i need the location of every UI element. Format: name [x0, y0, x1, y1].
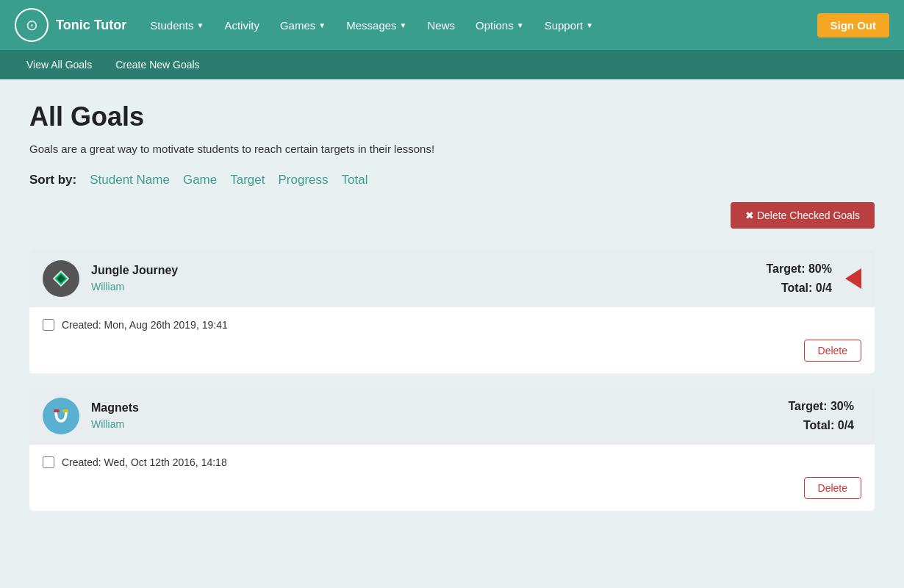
- sort-target[interactable]: Target: [230, 173, 265, 187]
- goal-delete-button[interactable]: Delete: [804, 477, 861, 499]
- logo-icon: ⊙: [15, 8, 49, 42]
- goal-student-link[interactable]: William: [91, 281, 124, 293]
- delete-row: ✖ Delete Checked Goals: [29, 202, 875, 239]
- subnav-view-all-goals[interactable]: View All Goals: [15, 53, 104, 76]
- goal-name: Jungle Journey: [91, 264, 766, 277]
- chevron-down-icon: ▼: [517, 21, 524, 29]
- goal-arrow-container: [839, 268, 861, 289]
- signout-button[interactable]: Sign Out: [817, 13, 890, 37]
- nav-support[interactable]: Support ▼: [536, 13, 602, 37]
- goal-checkbox[interactable]: [43, 319, 54, 331]
- goal-info: Magnets William: [91, 401, 788, 431]
- goal-card: Jungle Journey William Target: 80% Total…: [29, 249, 875, 373]
- nav-logo: ⊙ Tonic Tutor: [15, 8, 126, 42]
- chevron-down-icon: ▼: [318, 21, 326, 29]
- navbar: ⊙ Tonic Tutor Students ▼ Activity Games …: [0, 0, 904, 50]
- magnet-icon: [50, 405, 72, 427]
- goal-body: Created: Mon, Aug 26th 2019, 19:41 Delet…: [29, 307, 875, 373]
- nav-games[interactable]: Games ▼: [271, 13, 334, 37]
- arrow-icon: [845, 268, 861, 289]
- brand-name: Tonic Tutor: [56, 18, 126, 33]
- nav-news[interactable]: News: [419, 13, 464, 37]
- goal-delete-row: Delete: [43, 477, 861, 499]
- goal-created-text: Created: Mon, Aug 26th 2019, 19:41: [62, 319, 228, 331]
- sort-row: Sort by: Student Name Game Target Progre…: [29, 173, 875, 187]
- nav-messages[interactable]: Messages ▼: [337, 13, 415, 37]
- sort-total[interactable]: Total: [342, 173, 368, 187]
- goal-icon-magnets: [43, 398, 79, 434]
- goal-info: Jungle Journey William: [91, 264, 766, 293]
- sort-progress[interactable]: Progress: [278, 173, 328, 187]
- goal-card: Magnets William Target: 30% Total: 0/4 C…: [29, 387, 875, 511]
- goal-total: Total: 0/4: [766, 279, 832, 298]
- sort-student-name[interactable]: Student Name: [90, 173, 170, 187]
- goal-created-text: Created: Wed, Oct 12th 2016, 14:18: [62, 456, 227, 468]
- chevron-down-icon: ▼: [197, 21, 204, 29]
- goal-total: Total: 0/4: [788, 416, 854, 435]
- diamond-icon: [51, 268, 71, 289]
- chevron-down-icon: ▼: [400, 21, 407, 29]
- goal-header: Magnets William Target: 30% Total: 0/4: [29, 387, 875, 445]
- sort-game[interactable]: Game: [183, 173, 217, 187]
- nav-options[interactable]: Options ▼: [467, 13, 533, 37]
- sort-label: Sort by:: [29, 173, 76, 187]
- goal-delete-row: Delete: [43, 340, 861, 362]
- subnav: View All Goals Create New Goals: [0, 50, 904, 79]
- goal-created-row: Created: Mon, Aug 26th 2019, 19:41: [43, 319, 861, 331]
- page-description: Goals are a great way to motivate studen…: [29, 143, 875, 155]
- goal-target: Target: 30%: [788, 397, 854, 416]
- subnav-create-new-goals[interactable]: Create New Goals: [104, 53, 211, 76]
- goal-stats: Target: 80% Total: 0/4: [766, 259, 832, 297]
- main-content: All Goals Goals are a great way to motiv…: [0, 79, 904, 546]
- goal-icon-jungle: [43, 260, 79, 297]
- goal-delete-button[interactable]: Delete: [804, 340, 861, 362]
- goal-stats: Target: 30% Total: 0/4: [788, 397, 854, 434]
- goal-target: Target: 80%: [766, 259, 832, 279]
- delete-checked-button[interactable]: ✖ Delete Checked Goals: [731, 202, 875, 229]
- goal-created-row: Created: Wed, Oct 12th 2016, 14:18: [43, 456, 861, 468]
- goal-checkbox[interactable]: [43, 456, 54, 468]
- nav-students[interactable]: Students ▼: [141, 13, 212, 37]
- goal-student-link[interactable]: William: [91, 418, 124, 430]
- nav-items: Students ▼ Activity Games ▼ Messages ▼ N…: [141, 13, 817, 37]
- page-title: All Goals: [29, 101, 875, 132]
- nav-activity[interactable]: Activity: [215, 13, 268, 37]
- goal-name: Magnets: [91, 401, 788, 415]
- goal-header: Jungle Journey William Target: 80% Total…: [29, 249, 875, 307]
- goal-body: Created: Wed, Oct 12th 2016, 14:18 Delet…: [29, 445, 875, 511]
- chevron-down-icon: ▼: [586, 21, 593, 29]
